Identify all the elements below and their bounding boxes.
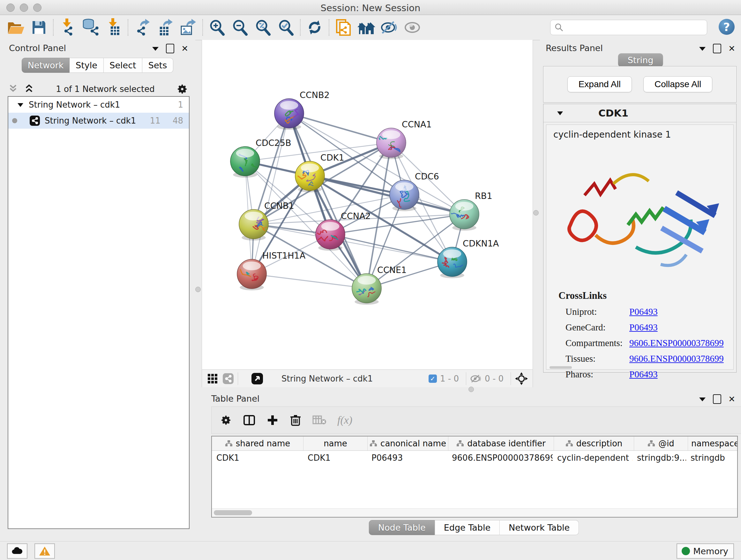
tab-string[interactable]: String: [618, 53, 663, 67]
float-panel-icon[interactable]: [166, 44, 174, 53]
home-icon[interactable]: [355, 17, 378, 38]
hide-selected-icon[interactable]: [378, 17, 401, 38]
column-header-namespace[interactable]: namespace: [688, 436, 738, 450]
network-node-HIST1H1A[interactable]: HIST1H1A: [237, 251, 306, 291]
network-node-CCNB1[interactable]: CCNB1: [239, 201, 294, 241]
tab-node-table[interactable]: Node Table: [369, 520, 435, 535]
delete-column-icon[interactable]: [289, 414, 301, 427]
close-panel-icon[interactable]: ✕: [728, 44, 735, 53]
protein-result-card: CDK1 cyclin-dependent kinase 1 CrossLink…: [543, 104, 737, 373]
scrollbar-thumb[interactable]: [214, 510, 252, 515]
search-box[interactable]: [550, 20, 707, 35]
close-panel-icon[interactable]: ✕: [181, 44, 188, 53]
crosslink-link[interactable]: P06493: [629, 307, 658, 317]
crosslink-link[interactable]: P06493: [629, 322, 658, 333]
search-input[interactable]: [567, 22, 707, 33]
left-splitter-handle[interactable]: [195, 287, 201, 292]
show-all-icon: [401, 17, 424, 38]
tab-edge-table[interactable]: Edge Table: [435, 520, 500, 535]
refresh-icon[interactable]: [303, 17, 326, 38]
crosslink-link[interactable]: 9606.ENSP00000378699: [629, 354, 724, 364]
network-row[interactable]: String Network – cdk1 11 48: [8, 113, 189, 129]
float-panel-icon[interactable]: [713, 44, 721, 53]
tab-network[interactable]: Network: [22, 58, 70, 73]
add-column-icon[interactable]: [266, 414, 279, 426]
expand-all-button[interactable]: Expand All: [567, 76, 632, 92]
collapse-panel-icon[interactable]: [152, 46, 159, 51]
network-node-CDKN1A[interactable]: CDKN1A: [437, 239, 499, 278]
network-view-canvas[interactable]: CCNB2 CCNA1 CDC25B CDK1 CDC6 RB1: [202, 40, 533, 387]
right-splitter-handle[interactable]: [533, 210, 539, 215]
warnings-button[interactable]: [35, 543, 55, 559]
column-header-shared-name[interactable]: shared name: [212, 436, 304, 450]
help-icon[interactable]: ?: [719, 19, 735, 35]
collapse-all-icon[interactable]: [8, 84, 18, 94]
table-cell[interactable]: stringdb:9...: [632, 451, 686, 465]
table-cell[interactable]: 9606.ENSP00000378699: [448, 451, 553, 465]
export-image-icon[interactable]: [177, 17, 200, 38]
detach-view-icon[interactable]: [251, 372, 264, 385]
network-row-label: String Network – cdk1: [45, 116, 136, 125]
crosslinks-scrollbar[interactable]: [549, 366, 572, 369]
clone-network-icon[interactable]: [332, 17, 355, 38]
import-table-icon[interactable]: [102, 17, 125, 38]
tab-sets[interactable]: Sets: [142, 58, 173, 73]
network-node-CDC25B[interactable]: CDC25B: [230, 138, 291, 178]
gear-icon[interactable]: [176, 83, 188, 95]
grid-view-icon[interactable]: [207, 373, 218, 384]
table-settings-gear-icon[interactable]: [220, 414, 232, 426]
save-session-icon[interactable]: [27, 17, 51, 38]
collapse-card-icon[interactable]: [557, 111, 563, 116]
collapse-panel-icon[interactable]: [699, 396, 706, 401]
table-row[interactable]: CDK1CDK1P064939606.ENSP00000378699cyclin…: [212, 451, 737, 465]
bottom-splitter-handle[interactable]: [468, 387, 474, 392]
birds-eye-toggle-icon[interactable]: [515, 372, 528, 385]
table-cell[interactable]: cyclin-dependent ...: [553, 451, 632, 465]
selected-checkbox-icon[interactable]: ✓: [428, 374, 437, 383]
network-node-CCNE1[interactable]: CCNE1: [352, 265, 407, 305]
table-cell[interactable]: P06493: [367, 451, 448, 465]
collapse-panel-icon[interactable]: [699, 46, 706, 51]
float-panel-icon[interactable]: [713, 394, 721, 404]
show-columns-icon[interactable]: [243, 414, 256, 427]
table-cell[interactable]: CDK1: [212, 451, 303, 465]
network-node-CCNB2[interactable]: CCNB2: [274, 90, 330, 130]
table-horizontal-scrollbar[interactable]: [212, 508, 737, 517]
crosslink-link[interactable]: P06493: [629, 369, 658, 380]
table-cell[interactable]: CDK1: [303, 451, 367, 465]
tab-style[interactable]: Style: [70, 58, 104, 73]
network-node-CCNA1[interactable]: CCNA1: [377, 119, 432, 159]
zoom-selected-icon[interactable]: [274, 17, 297, 38]
collapse-all-button[interactable]: Collapse All: [643, 76, 712, 92]
tab-network-table[interactable]: Network Table: [500, 520, 579, 535]
table-cell[interactable]: stringdb: [686, 451, 737, 465]
crosslink-link[interactable]: 9606.ENSP00000378699: [629, 338, 724, 348]
status-bar: Memory: [0, 541, 741, 560]
tree-expand-icon[interactable]: [17, 103, 23, 107]
node-label-CCNA2: CCNA2: [341, 211, 371, 221]
column-header-@id[interactable]: @id: [634, 436, 688, 450]
cloud-button[interactable]: [7, 543, 27, 559]
tab-select[interactable]: Select: [104, 58, 142, 73]
open-file-icon[interactable]: [4, 17, 27, 38]
import-network-database-icon[interactable]: [79, 17, 102, 38]
network-collection-label: String Network – cdk1: [29, 100, 120, 110]
network-node-CDK1[interactable]: CDK1: [295, 152, 344, 192]
import-network-icon[interactable]: [56, 17, 79, 38]
zoom-in-icon[interactable]: [205, 17, 228, 38]
export-network-icon[interactable]: [131, 17, 154, 38]
node-label-RB1: RB1: [475, 191, 492, 201]
column-header-database-identifier[interactable]: database identifier: [448, 436, 554, 450]
column-header-name[interactable]: name: [304, 436, 367, 450]
column-header-description[interactable]: description: [554, 436, 634, 450]
zoom-out-icon[interactable]: [228, 17, 252, 38]
network-collection-row[interactable]: String Network – cdk1 1: [8, 97, 189, 113]
close-panel-icon[interactable]: ✕: [728, 395, 735, 403]
export-table-icon[interactable]: [154, 17, 177, 38]
column-header-canonical-name[interactable]: canonical name: [367, 436, 448, 450]
memory-button[interactable]: Memory: [677, 543, 734, 559]
expand-all-icon[interactable]: [23, 84, 35, 94]
zoom-fit-icon[interactable]: [252, 17, 274, 38]
network-graph[interactable]: CCNB2 CCNA1 CDC25B CDK1 CDC6 RB1: [202, 40, 533, 370]
network-view-share-icon[interactable]: [222, 373, 234, 384]
